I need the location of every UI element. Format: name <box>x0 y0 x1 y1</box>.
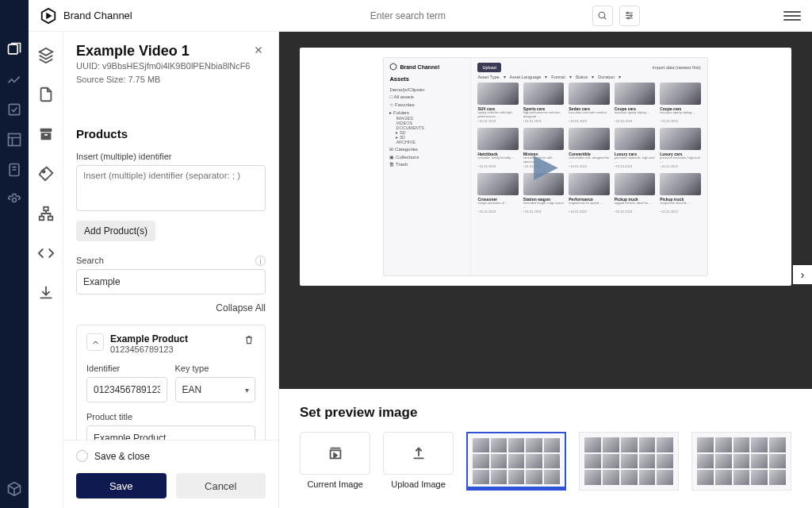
video-thumbnail: Brand Channel Assets Demo/js/Clipster □ … <box>383 57 707 276</box>
layers-icon[interactable] <box>37 46 55 64</box>
topbar: Brand Channel <box>29 0 812 32</box>
product-search-input[interactable] <box>76 269 266 294</box>
drawer-title: Example Video 1 <box>76 43 190 60</box>
product-title-input[interactable] <box>86 425 255 440</box>
svg-point-8 <box>628 17 630 19</box>
identifier-textarea[interactable] <box>76 165 266 211</box>
svg-point-4 <box>13 198 17 202</box>
svg-rect-10 <box>40 133 51 140</box>
source-size-line: Source Size: 7.75 MB <box>76 73 266 87</box>
identifier-label: Insert (multiple) identifier <box>76 152 266 161</box>
identifier-field-label: Identifier <box>86 364 167 373</box>
identifier-input[interactable] <box>86 377 167 402</box>
keytype-select[interactable] <box>175 377 256 402</box>
play-icon[interactable]: ▶ <box>534 147 558 183</box>
media-library-icon[interactable] <box>6 41 22 57</box>
video-preview[interactable]: Brand Channel Assets Demo/js/Clipster □ … <box>300 48 791 286</box>
uuid-line: UUID: v9BbsHESjfm0i4lK9B0lPENbia8lNcF6 <box>76 60 266 73</box>
svg-rect-2 <box>9 134 21 146</box>
search-button[interactable] <box>592 6 613 26</box>
settings-icon[interactable] <box>6 192 22 208</box>
checklist-icon[interactable] <box>6 102 22 117</box>
info-icon[interactable]: i <box>255 256 266 266</box>
filter-settings-button[interactable] <box>619 6 640 26</box>
svg-rect-13 <box>44 207 48 211</box>
svg-rect-0 <box>9 44 18 54</box>
search-label: Searchi <box>76 256 266 265</box>
cancel-button[interactable]: Cancel <box>176 473 266 498</box>
svg-point-5 <box>599 12 605 18</box>
products-heading: Products <box>76 127 266 140</box>
next-asset-button[interactable]: › <box>793 265 812 284</box>
product-card: Example Product 0123456789123 Identifier… <box>76 325 266 440</box>
delete-product-button[interactable] <box>243 333 255 346</box>
keytype-label: Key type <box>175 364 256 373</box>
document-icon[interactable] <box>6 162 22 178</box>
brand-label: Brand Channel <box>63 10 132 21</box>
svg-rect-15 <box>48 217 52 221</box>
edit-drawer: Example Video 1 UUID: v9BbsHESjfm0i4lK9B… <box>63 32 279 508</box>
svg-point-6 <box>626 12 628 13</box>
menu-button[interactable] <box>783 7 801 25</box>
save-close-label: Save & close <box>94 451 150 462</box>
product-sku: 0123456789123 <box>110 344 236 354</box>
code-icon[interactable] <box>37 244 55 262</box>
analytics-icon[interactable] <box>6 71 22 87</box>
sitemap-icon[interactable] <box>37 205 55 222</box>
collapse-product-button[interactable] <box>86 333 104 351</box>
product-title-label: Product title <box>86 412 255 421</box>
svg-rect-9 <box>40 129 52 133</box>
svg-rect-11 <box>44 134 48 136</box>
tag-icon[interactable] <box>37 165 55 183</box>
collapse-all-link[interactable]: Collapse All <box>76 302 266 314</box>
preview-thumb-2[interactable] <box>579 432 679 491</box>
upload-image-tile[interactable]: Upload Image <box>383 432 454 489</box>
preview-image-section: Set preview image Current Image Upload I… <box>279 389 812 508</box>
svg-point-7 <box>630 14 632 16</box>
add-products-button[interactable]: Add Product(s) <box>76 221 155 241</box>
global-search-input[interactable] <box>370 6 592 26</box>
layout-icon[interactable] <box>6 132 22 148</box>
brand-logo[interactable]: Brand Channel <box>40 7 132 25</box>
cube-icon[interactable] <box>6 481 22 497</box>
preview-area: › Brand Channel Assets Demo/js/Clipster … <box>279 32 812 508</box>
svg-rect-1 <box>9 104 19 114</box>
download-icon[interactable] <box>37 284 55 302</box>
save-and-close-toggle[interactable] <box>76 450 88 462</box>
archive-icon[interactable] <box>37 125 55 143</box>
preview-thumb-3[interactable] <box>691 432 791 491</box>
current-image-tile[interactable]: Current Image <box>300 432 370 489</box>
svg-rect-14 <box>39 217 44 221</box>
left-rail <box>0 0 29 508</box>
product-title: Example Product <box>110 333 236 344</box>
preview-thumb-1[interactable] <box>466 432 566 491</box>
preview-section-title: Set preview image <box>300 405 791 421</box>
close-drawer-button[interactable] <box>251 43 266 57</box>
secondary-nav <box>29 32 63 508</box>
save-button[interactable]: Save <box>76 473 167 498</box>
svg-point-12 <box>42 171 44 173</box>
file-icon[interactable] <box>37 86 55 103</box>
